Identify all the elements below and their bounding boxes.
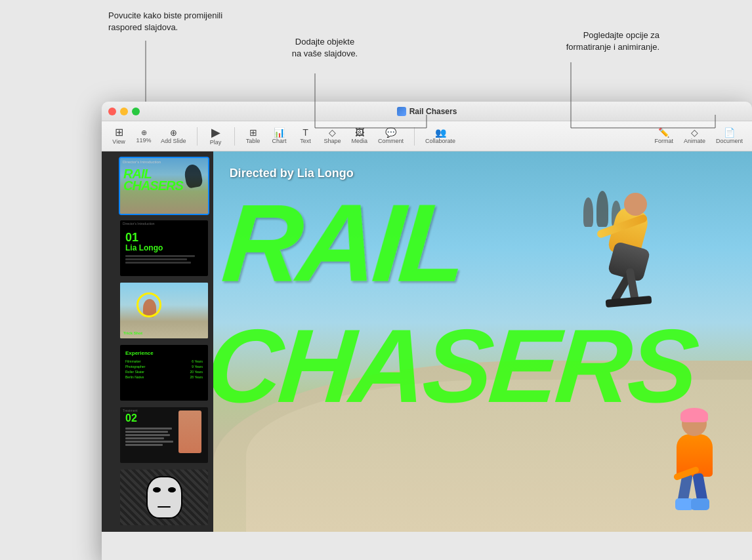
slide-5-inner: Treatment 02 [120,407,208,463]
traffic-lights [108,108,140,115]
slide-1-thumb[interactable]: Director's Introduction RAILCHASERS [119,157,209,215]
animate-icon: ◇ [691,128,698,137]
maximize-button[interactable] [132,108,140,115]
slide-2-num: 01 [125,231,203,243]
add-slide-icon: ⊕ [170,129,177,137]
slide-4-row-4: Berlin Native 28 Years [125,375,203,379]
slide-2-body [125,255,203,265]
toolbar-separator-2 [234,127,235,146]
slide-3-container: 3 Trick Shot [106,281,209,340]
canvas-area: Directed by Lia Longo RAIL CHASERS [213,151,752,532]
chart-icon: 📊 [274,128,285,137]
document-icon: 📄 [724,128,735,137]
slide-5-person [178,410,201,453]
document-button[interactable]: 📄 Document [712,126,747,146]
zoom-icon: ⊕ [141,129,147,136]
slide-2-section-label: Director's Introduction [123,222,154,226]
slide-directed-by: Directed by Lia Longo [230,167,354,180]
shape-button[interactable]: ◇ Shape [320,126,345,146]
play-icon: ▶ [211,127,220,138]
format-icon: ✏️ [658,128,669,137]
toolbar: ⊞ View ⊕ 119% ⊕ Add Slide ▶ Play ⊞ Table… [102,121,752,151]
titlebar: Rail Chasers [102,102,752,121]
table-button[interactable]: ⊞ Table [241,126,265,146]
media-button[interactable]: 🖼 Media [348,126,372,146]
shape-icon: ◇ [329,128,336,137]
comment-icon: 💬 [385,128,396,137]
main-slide: Directed by Lia Longo RAIL CHASERS [213,151,752,532]
slide-5-container: 5 Treatment 02 [106,406,209,464]
toolbar-separator-3 [414,127,415,146]
collaborate-icon: 👥 [435,128,446,137]
text-icon: T [303,128,308,137]
annotation-add-objects: Dodajte objekte na vaše slajdove. [272,36,377,60]
toolbar-left-group: ⊞ View ⊕ 119% ⊕ Add Slide [107,125,190,147]
slide-6-inner [120,470,208,525]
slide-1-graffiti: RAILCHASERS [123,168,183,191]
slide-1-director-label: Director's Introduction [123,160,161,164]
slide-3-circle-highlight [136,292,161,317]
main-area: 1 Director's Introduction RAILCHASERS [102,151,752,532]
slide-4-inner: Experience Filmmaker 6 Years Photographe… [120,345,208,401]
chart-button[interactable]: 📊 Chart [268,126,291,146]
view-icon: ⊞ [115,127,123,138]
keynote-window: Rail Chasers ⊞ View ⊕ 119% ⊕ Add Slide ▶… [102,102,752,560]
slide-1-container: 1 Director's Introduction RAILCHASERS [106,157,209,215]
slide-5-section-label: Treatment [123,409,138,412]
annotation-reorder: Povucite kako biste promijenili raspored… [108,10,253,33]
keynote-app-icon [397,107,406,116]
toolbar-separator-1 [197,127,198,146]
slide-panel: 1 Director's Introduction RAILCHASERS [102,151,213,532]
slide-2-container: 2 Director's Introduction 01 Lia Longo [106,219,209,277]
slide-1-skater [183,163,203,189]
slide-5-thumb[interactable]: Treatment 02 [119,406,209,464]
close-button[interactable] [108,108,116,115]
airborne-skater [586,190,671,314]
minimize-button[interactable] [120,108,128,115]
slide-4-row-3: Roller Skater 20 Years [125,370,203,374]
zoom-button[interactable]: ⊕ 119% [132,127,156,146]
text-button[interactable]: T Text [294,126,318,146]
add-slide-button[interactable]: ⊕ Add Slide [157,127,190,146]
table-icon: ⊞ [249,128,257,137]
slide-2-name: Lia Longo [125,243,203,252]
animate-button[interactable]: ◇ Animate [680,126,709,146]
format-button[interactable]: ✏️ Format [650,126,677,146]
media-icon: 🖼 [355,128,364,137]
slide-2-thumb[interactable]: Director's Introduction 01 Lia Longo [119,219,209,277]
view-button[interactable]: ⊞ View [107,125,131,147]
slide-4-title: Experience [125,350,203,356]
collaborate-button[interactable]: 👥 Collaborate [421,126,459,146]
slide-4-row-2: Photographer 9 Years [125,365,203,369]
comment-button[interactable]: 💬 Comment [374,126,407,146]
slide-6-container: 6 [106,468,209,527]
slide-3-label: Trick Shot [123,331,142,335]
slide-2-inner: Director's Introduction 01 Lia Longo [120,220,208,276]
slide-3-thumb[interactable]: Trick Shot [119,281,209,340]
window-title: Rail Chasers [397,107,457,116]
sitting-skater [663,408,736,513]
slide-4-thumb[interactable]: Experience Filmmaker 6 Years Photographe… [119,344,209,402]
annotation-format-animate: Pogledajte opcije za formatiranje i anim… [509,30,659,53]
slide-4-container: 4 Experience Filmmaker 6 Years Photograp… [106,344,209,402]
play-button[interactable]: ▶ Play [204,125,228,148]
slide-6-face [146,476,182,519]
slide-6-thumb[interactable] [119,468,209,527]
slide-4-row-1: Filmmaker 6 Years [125,359,203,363]
